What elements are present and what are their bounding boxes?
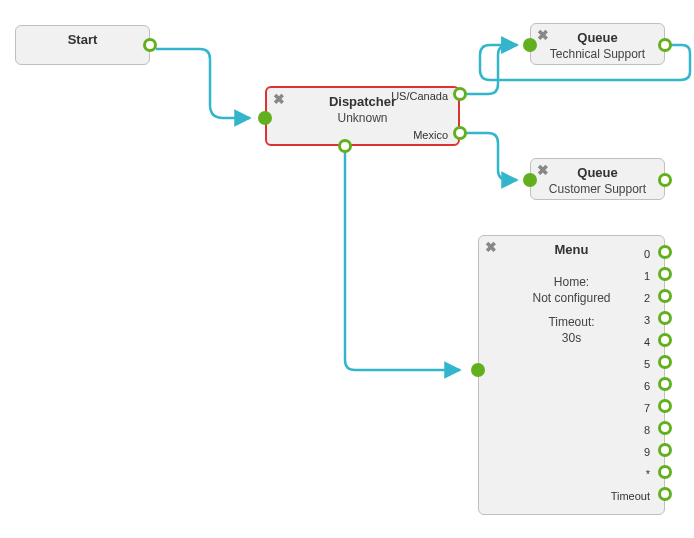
close-icon[interactable]: ✖: [537, 163, 549, 177]
menu-row-4: 4: [644, 336, 650, 348]
node-menu[interactable]: ✖ Menu Home: Not configured Timeout: 30s…: [478, 235, 665, 515]
port-menu-out-8[interactable]: [658, 421, 672, 435]
port-menu-out-4[interactable]: [658, 333, 672, 347]
menu-row-1: 1: [644, 270, 650, 282]
port-dispatcher-out-uscanada[interactable]: [453, 87, 467, 101]
port-queue1-out[interactable]: [658, 38, 672, 52]
close-icon[interactable]: ✖: [273, 92, 285, 106]
menu-row-6: 6: [644, 380, 650, 392]
port-menu-out-6[interactable]: [658, 377, 672, 391]
node-menu-title: Menu: [479, 242, 664, 257]
menu-row-3: 3: [644, 314, 650, 326]
dispatcher-out1-label: US/Canada: [391, 90, 448, 102]
menu-home-value: Not configured: [479, 291, 664, 305]
port-dispatcher-out-mexico[interactable]: [453, 126, 467, 140]
node-queue2-subtitle: Customer Support: [531, 182, 664, 196]
flow-canvas[interactable]: { "nodes": { "start": { "title": "Start"…: [0, 0, 694, 538]
port-queue2-in[interactable]: [523, 173, 537, 187]
menu-row-0: 0: [644, 248, 650, 260]
port-menu-out-star[interactable]: [658, 465, 672, 479]
port-menu-out-7[interactable]: [658, 399, 672, 413]
port-dispatcher-out-unknown[interactable]: [338, 139, 352, 153]
menu-row-8: 8: [644, 424, 650, 436]
port-queue1-in[interactable]: [523, 38, 537, 52]
node-queue1-subtitle: Technical Support: [531, 47, 664, 61]
port-menu-out-2[interactable]: [658, 289, 672, 303]
menu-row-7: 7: [644, 402, 650, 414]
node-start[interactable]: Start: [15, 25, 150, 65]
menu-timeout-label: Timeout:: [479, 315, 664, 329]
port-queue2-out[interactable]: [658, 173, 672, 187]
menu-row-star: *: [646, 468, 650, 480]
menu-row-9: 9: [644, 446, 650, 458]
node-queue-customer[interactable]: ✖ Queue Customer Support: [530, 158, 665, 200]
port-menu-out-9[interactable]: [658, 443, 672, 457]
port-start-out[interactable]: [143, 38, 157, 52]
menu-timeout-value: 30s: [479, 331, 664, 345]
port-menu-out-0[interactable]: [658, 245, 672, 259]
menu-home-label: Home:: [479, 275, 664, 289]
close-icon[interactable]: ✖: [485, 240, 497, 254]
port-menu-out-1[interactable]: [658, 267, 672, 281]
dispatcher-out2-label: Mexico: [413, 129, 448, 141]
port-menu-in[interactable]: [471, 363, 485, 377]
node-queue-technical[interactable]: ✖ Queue Technical Support: [530, 23, 665, 65]
node-start-title: Start: [16, 32, 149, 47]
close-icon[interactable]: ✖: [537, 28, 549, 42]
node-queue1-title: Queue: [531, 30, 664, 45]
node-dispatcher-subtitle: Unknown: [267, 111, 458, 125]
menu-row-5: 5: [644, 358, 650, 370]
node-queue2-title: Queue: [531, 165, 664, 180]
port-menu-out-timeout[interactable]: [658, 487, 672, 501]
port-menu-out-5[interactable]: [658, 355, 672, 369]
port-dispatcher-in[interactable]: [258, 111, 272, 125]
menu-row-timeout: Timeout: [611, 490, 650, 502]
menu-row-2: 2: [644, 292, 650, 304]
node-dispatcher[interactable]: ✖ Dispatcher Unknown US/Canada Mexico: [265, 86, 460, 146]
port-menu-out-3[interactable]: [658, 311, 672, 325]
